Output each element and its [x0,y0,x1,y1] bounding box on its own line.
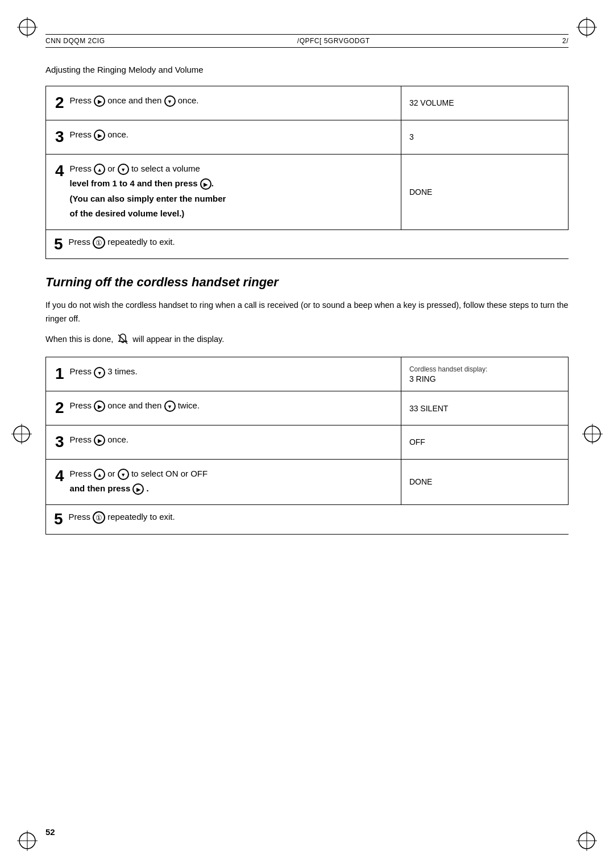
s2-step2-instruction: 2 Press ▶ once and then ▼ twice. [46,391,401,425]
header-center: /QPFC[ 5GRVGODGT [297,37,370,45]
step-number: 4 [55,468,64,485]
table-row: 3 Press ▶ once. OFF [46,425,569,460]
step-number: 5 [54,236,63,253]
s2-step4-text2: or [107,469,118,478]
bell-slash-icon [117,332,129,346]
step-content: Press ▶ once. [70,128,392,141]
s2-step5-text1: Press [69,512,93,521]
s2-step3-display: OFF [401,425,568,460]
step3-instruction: 3 Press ▶ once. [46,120,401,154]
section2-heading: Turning off the cordless handset ringer [45,275,569,290]
step-number: 2 [55,94,64,112]
step-content: Press ▲ or ▼ to select a volume level fr… [70,162,392,220]
step-content: Press ① repeatedly to exit. [69,236,561,249]
corner-mark-mid-l [11,424,32,444]
s2-step4-text1: Press [70,469,94,478]
corner-mark-br [576,831,597,851]
step3-text1: Press [70,130,94,139]
step4-bold2: (You can also simply enter the number [70,193,392,206]
s2-step3-text1: Press [70,435,94,444]
section2-intro: If you do not wish the cordless handset … [45,299,569,325]
step-content: Press ▼ 3 times. [70,365,392,378]
right-arrow-button: ▶ [132,483,144,495]
step4-instruction: 4 Press ▲ or ▼ to select a volume level … [46,154,401,229]
step-content: Press ▲ or ▼ to select ON or OFF and the… [70,468,392,495]
step-number: 5 [54,511,63,528]
s2-step3-instruction: 3 Press ▶ once. [46,425,401,460]
down-arrow-button: ▼ [118,469,129,480]
s2-step2-text3: twice. [178,400,200,410]
down-arrow-button: ▼ [94,367,105,378]
corner-mark-bl [17,831,38,851]
step2-text3: once. [178,95,199,105]
page-number: 52 [45,827,55,837]
s2-step4-display-value: DONE [409,477,432,486]
step-content: Press ① repeatedly to exit. [69,511,561,524]
step-number: 3 [55,128,64,146]
step4-display: DONE [401,154,568,229]
table-row: 5 Press ① repeatedly to exit. [46,504,569,534]
s2-step3-text2: once. [107,435,128,444]
num1-button: ① [93,511,105,524]
page: CNN DQQM 2CIG /QPFC[ 5GRVGODGT 2/ Adjust… [0,0,614,868]
when-done-text: When this is done, will appear in the di… [45,332,569,346]
table-row: 2 Press ▶ once and then ▼ once. 32 VOLUM… [46,86,569,120]
corner-mark-tr [576,17,597,37]
s2-step5-text2: repeatedly to exit. [107,512,175,521]
step4-bold1: level from 1 to 4 and then press ▶. [70,177,392,190]
step-number: 1 [55,365,64,383]
right-arrow-button: ▶ [94,130,105,141]
up-arrow-button: ▲ [94,469,105,480]
table-row: 4 Press ▲ or ▼ to select a volume level … [46,154,569,229]
corner-mark-mid-r [582,424,603,444]
s2-step1-instruction: 1 Press ▼ 3 times. [46,357,401,391]
table-row: 2 Press ▶ once and then ▼ twice. 33 SILE… [46,391,569,425]
step-number: 2 [55,399,64,417]
steps-table-section2: 1 Press ▼ 3 times. Cordless handset disp… [45,357,569,534]
table-row: 4 Press ▲ or ▼ to select ON or OFF and t… [46,459,569,504]
step5-text1: Press [69,237,93,247]
down-arrow-button: ▼ [164,400,176,412]
when-done-text2: will appear in the display. [132,335,224,344]
step3-display: 3 [401,120,568,154]
down-arrow-button: ▼ [164,95,176,107]
step4-display-value: DONE [409,187,432,197]
step3-text2: once. [107,130,128,139]
step5-text2: repeatedly to exit. [107,237,175,247]
table-row: 1 Press ▼ 3 times. Cordless handset disp… [46,357,569,391]
s2-step2-text1: Press [70,400,94,410]
s2-step4-bold1: and then press ▶ . [70,482,392,495]
up-arrow-button: ▲ [94,164,105,175]
right-arrow-button: ▶ [94,95,105,107]
s2-step1-text2: 3 times. [107,366,138,376]
s2-step4-instruction: 4 Press ▲ or ▼ to select ON or OFF and t… [46,459,401,504]
corner-mark-tl [17,17,38,37]
right-arrow-button: ▶ [94,400,105,412]
s2-step4-display: DONE [401,459,568,504]
right-arrow-button: ▶ [200,178,211,190]
step4-text1: Press [70,164,94,173]
steps-table-section1: 2 Press ▶ once and then ▼ once. 32 VOLUM… [45,86,569,259]
step3-display-value: 3 [409,132,414,141]
step-content: Press ▶ once and then ▼ once. [70,94,392,107]
s2-step1-display: Cordless handset display: 3 RING [401,357,568,391]
step-number: 4 [55,162,64,180]
step4-text3: to select a volume [131,164,200,173]
step2-text2: once and then [107,95,164,105]
step2-text1: Press [70,95,94,105]
step-content: Press ▶ once. [70,433,392,446]
s2-step2-display-value: 33 SILENT [409,404,448,413]
step2-display-value: 32 VOLUME [409,98,454,107]
s2-step4-text3: to select ON or OFF [131,469,208,478]
s2-step2-display: 33 SILENT [401,391,568,425]
display-label: Cordless handset display: [409,365,560,373]
step-content: Press ▶ once and then ▼ twice. [70,399,392,412]
step2-display: 32 VOLUME [401,86,568,120]
header-left: CNN DQQM 2CIG [45,37,105,45]
when-done-text1: When this is done, [45,335,113,344]
step5-instruction: 5 Press ① repeatedly to exit. [46,229,569,259]
header-bar: CNN DQQM 2CIG /QPFC[ 5GRVGODGT 2/ [45,34,569,48]
display-value: 3 RING [409,374,560,383]
step4-bold3: of the desired volume level.) [70,207,392,220]
s2-step3-display-value: OFF [409,437,425,446]
